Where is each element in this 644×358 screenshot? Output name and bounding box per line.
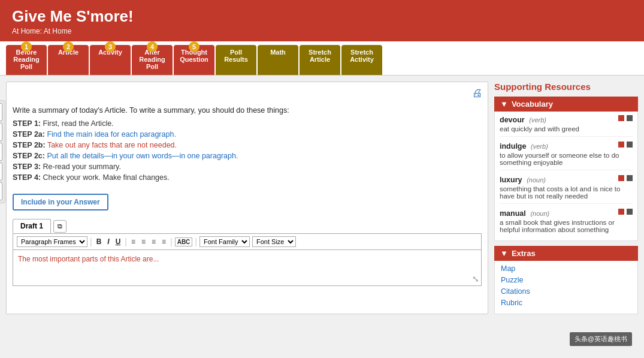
- italic-button[interactable]: I: [105, 237, 111, 246]
- vocab-pos-luxury: (noun): [527, 176, 546, 183]
- vocab-word-devour: devour: [500, 116, 525, 124]
- extras-link-rubric[interactable]: Rubric: [501, 299, 631, 307]
- step-2c: STEP 2c: Put all the details—in your own…: [13, 152, 482, 160]
- tool-btn-3[interactable]: ab✎: [0, 143, 2, 161]
- vocab-audio-icon[interactable]: [618, 115, 624, 121]
- draft-copy-icon: ⧉: [58, 222, 62, 230]
- tab-activity[interactable]: 3 Activity: [90, 45, 131, 75]
- tab-after-reading-poll[interactable]: 4 AfterReadingPoll: [132, 45, 173, 75]
- underline-button[interactable]: U: [114, 237, 123, 246]
- tab-before-reading-poll[interactable]: 1 BeforeReadingPoll: [6, 45, 47, 75]
- paragraph-frames-select[interactable]: Paragraph Frames: [17, 236, 87, 247]
- vocabulary-section-header[interactable]: ▼ Vocabulary: [494, 97, 638, 112]
- tab-stretch-article[interactable]: StretchArticle: [300, 45, 340, 75]
- extras-link-map[interactable]: Map: [501, 264, 631, 273]
- steps-list: STEP 1: First, read the Article. STEP 2a…: [13, 119, 482, 182]
- tab-poll-results[interactable]: PollResults: [216, 45, 256, 75]
- vocab-image-icon[interactable]: [627, 115, 633, 121]
- resize-handle[interactable]: ⤡: [472, 274, 479, 284]
- tool-btn-5[interactable]: 📄: [0, 182, 2, 200]
- extras-link-puzzle[interactable]: Puzzle: [501, 276, 631, 284]
- step-2c-text: Put all the details—in your own words—in…: [47, 152, 238, 160]
- print-icon[interactable]: 🖨: [472, 87, 483, 100]
- tab-thought-question[interactable]: 5 ThoughtQuestion: [174, 45, 214, 75]
- align-center-button[interactable]: ≡: [140, 237, 147, 246]
- step-4-text: Check your work. Make final changes.: [43, 173, 170, 182]
- instructions-text: Write a summary of today's Article. To w…: [13, 106, 482, 115]
- tab-badge-3: 3: [105, 41, 116, 52]
- vocabulary-section-label: Vocabulary: [512, 100, 553, 109]
- vocab-icons-luxury: [618, 175, 633, 181]
- tab-label-math: Math: [270, 49, 286, 56]
- editor-body[interactable]: The most important parts of this Article…: [13, 250, 482, 286]
- editor-toolbar: Paragraph Frames | B I U | ≡ ≡ ≡ ≡ | ABC…: [13, 233, 482, 250]
- step-3-label: STEP 3:: [13, 163, 41, 171]
- panel-title: Supporting Resources: [494, 82, 638, 92]
- step-2c-label: STEP 2c:: [13, 152, 45, 160]
- vocabulary-arrow-icon: ▼: [500, 100, 508, 109]
- draft-copy-button[interactable]: ⧉: [53, 220, 66, 233]
- vocab-item-luxury: luxury (noun) something that costs a lot…: [500, 175, 633, 204]
- include-answer-button[interactable]: Include in your Answer: [13, 194, 108, 210]
- tab-badge-1: 1: [21, 41, 32, 52]
- vocab-image-icon-luxury[interactable]: [627, 175, 633, 181]
- content-area: 🖨 ab✓ ab ab✎ ab? 📄 Write a summary of to…: [6, 82, 488, 314]
- step-2b: STEP 2b: Take out any facts that are not…: [13, 141, 482, 149]
- vocab-icons-indulge: [618, 142, 633, 148]
- extras-section-header[interactable]: ▼ Extras: [494, 246, 638, 261]
- extras-link-citations[interactable]: Citations: [501, 287, 631, 296]
- app-title: Give Me S'more!: [12, 7, 632, 26]
- tab-stretch-activity[interactable]: StretchActivity: [341, 45, 382, 75]
- tab-label-stretch-activity: StretchActivity: [350, 49, 374, 63]
- align-justify-button[interactable]: ≡: [160, 237, 168, 246]
- step-1-label: STEP 1:: [13, 119, 41, 128]
- tab-badge-5: 5: [189, 41, 199, 52]
- vocab-word-manual: manual: [500, 209, 526, 218]
- vocab-item-indulge: indulge (verb) to allow yourself or some…: [500, 142, 633, 170]
- bold-button[interactable]: B: [95, 237, 104, 246]
- nav-tab-bar: 1 BeforeReadingPoll 2 Article 3 Activity…: [0, 41, 644, 76]
- app-header: Give Me S'more! At Home: At Home: [0, 0, 644, 41]
- tab-badge-2: 2: [63, 41, 74, 52]
- tab-math[interactable]: Math: [258, 45, 298, 75]
- vocab-audio-icon-luxury[interactable]: [618, 175, 624, 181]
- vocab-image-icon-manual[interactable]: [627, 209, 633, 215]
- step-4: STEP 4: Check your work. Make final chan…: [13, 173, 482, 182]
- step-2b-label: STEP 2b:: [13, 141, 46, 149]
- vocab-item-devour: devour (verb) eat quickly and with greed: [500, 115, 633, 137]
- tool-btn-1[interactable]: ab✓: [0, 103, 2, 121]
- main-layout: 🖨 ab✓ ab ab✎ ab? 📄 Write a summary of to…: [0, 76, 644, 320]
- content-inner: Write a summary of today's Article. To w…: [13, 88, 482, 286]
- font-size-select[interactable]: Font Size: [252, 236, 296, 247]
- vocabulary-list: devour (verb) eat quickly and with greed…: [494, 112, 638, 241]
- tool-btn-2[interactable]: ab: [0, 123, 2, 141]
- vocab-def-luxury: something that costs a lot and is nice t…: [500, 185, 633, 200]
- tab-label-poll-results: PollResults: [224, 49, 248, 63]
- vocab-audio-icon-indulge[interactable]: [618, 142, 624, 148]
- align-right-button[interactable]: ≡: [150, 237, 158, 246]
- tool-sidebar: ab✓ ab ab✎ ab? 📄: [0, 100, 5, 203]
- align-left-button[interactable]: ≡: [129, 237, 137, 246]
- vocab-def-indulge: to allow yourself or someone else to do …: [500, 152, 633, 166]
- draft-tab-1[interactable]: Draft 1: [13, 219, 51, 233]
- step-4-label: STEP 4:: [13, 173, 41, 182]
- vocab-audio-icon-manual[interactable]: [618, 209, 624, 215]
- font-family-select[interactable]: Font Family: [199, 236, 250, 247]
- right-panel: Supporting Resources ▼ Vocabulary devour…: [494, 82, 638, 314]
- tool-btn-4[interactable]: ab?: [0, 163, 2, 180]
- tab-label-stretch-article: StretchArticle: [309, 49, 331, 63]
- vocab-icons-devour: [618, 115, 633, 121]
- extras-section-label: Extras: [512, 249, 536, 258]
- vocab-word-luxury: luxury: [500, 176, 522, 184]
- extras-list: Map Puzzle Citations Rubric: [494, 261, 638, 314]
- step-3-text: Re-read your summary.: [43, 163, 121, 171]
- spellcheck-button[interactable]: ABC: [175, 237, 193, 246]
- tab-badge-4: 4: [147, 41, 158, 52]
- step-2b-text: Take out any facts that are not needed.: [47, 141, 177, 149]
- draft-tabs: Draft 1 ⧉: [13, 219, 482, 233]
- tab-article[interactable]: 2 Article: [48, 45, 89, 75]
- vocab-image-icon-indulge[interactable]: [627, 142, 633, 148]
- app-subtitle: At Home: At Home: [12, 27, 632, 35]
- step-2a: STEP 2a: Find the main idea for each par…: [13, 130, 482, 139]
- vocab-pos-manual: (noun): [530, 210, 549, 217]
